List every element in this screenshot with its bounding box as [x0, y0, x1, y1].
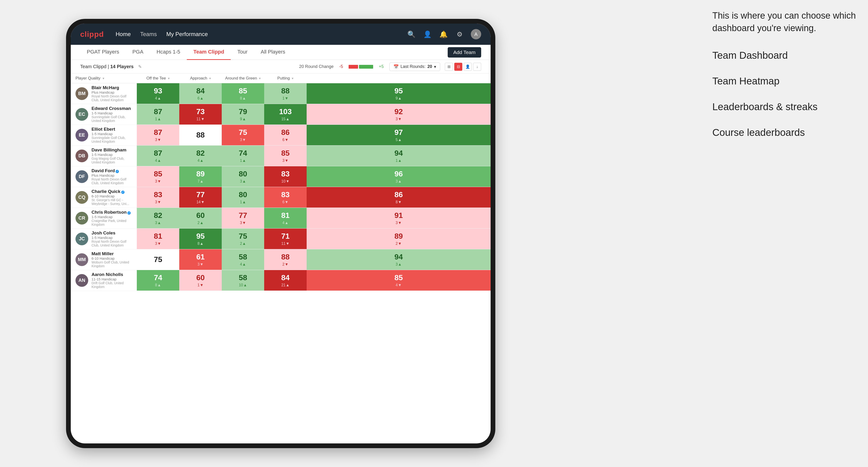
table-row: EE Elliot Ebert 1-5 Handicap Sunningdale…: [71, 125, 491, 146]
score-change: 4▲: [282, 221, 288, 225]
player-cell-9[interactable]: AN Aaron Nicholls 11-15 Handicap Drift G…: [71, 270, 137, 291]
dashboard-option-3[interactable]: Course leaderboards: [712, 126, 859, 139]
score-change: 10▲: [239, 283, 247, 287]
last-rounds-button[interactable]: 📅 Last Rounds: 20 ▾: [390, 63, 440, 71]
score-cell-player_quality-1: 87 1▲: [137, 104, 179, 125]
player-cell-8[interactable]: MM Matt Miller 6-10 Handicap Woburn Golf…: [71, 249, 137, 270]
download-button[interactable]: ↓: [473, 63, 481, 71]
heatmap-view-button[interactable]: ⊟: [454, 63, 462, 71]
score-main: 85: [154, 169, 162, 178]
score-box: 58 4▲: [222, 249, 264, 270]
player-name: Matt Miller: [92, 251, 134, 256]
player-info: Matt Miller 6-10 Handicap Woburn Golf Cl…: [92, 251, 134, 268]
table-row: CQ Charlie Quick✓ 6-10 Handicap St. Geor…: [71, 187, 491, 208]
score-cell-putting-5: 86 8▼: [307, 187, 491, 208]
user-icon[interactable]: 👤: [423, 30, 432, 39]
tab-tour[interactable]: Tour: [231, 45, 254, 60]
col-off-tee: Off the Tee ▾: [137, 73, 179, 83]
tab-hcaps[interactable]: Hcaps 1-5: [150, 45, 187, 60]
score-change: 8▼: [396, 200, 402, 204]
score-change: 3▼: [155, 200, 161, 204]
score-box: 81 3▼: [137, 228, 179, 249]
player-club: St. George's Hill GC - Weybridge - Surre…: [92, 198, 134, 206]
score-inner: 88 2▼: [281, 253, 290, 267]
nav-home[interactable]: Home: [116, 31, 131, 37]
dashboard-option-1[interactable]: Team Heatmap: [712, 74, 859, 88]
player-avatar: DB: [75, 150, 88, 162]
player-info: Dave Billingham 1-5 Handicap Gog Magog G…: [92, 148, 134, 164]
score-box: 95 8▲: [179, 228, 222, 249]
player-info: Edward Crossman 1-5 Handicap Sunningdale…: [92, 106, 134, 123]
score-box: 91 3▼: [307, 208, 491, 228]
search-icon[interactable]: 🔍: [407, 30, 416, 39]
dashboard-option-0[interactable]: Team Dashboard: [712, 49, 859, 63]
player-cell-1[interactable]: EC Edward Crossman 1-5 Handicap Sunningd…: [71, 104, 137, 125]
tab-all-players[interactable]: All Players: [254, 45, 292, 60]
score-box: 87 1▲: [137, 104, 179, 125]
heatmap-bar-negative: [349, 65, 358, 69]
score-change: 4▲: [197, 158, 204, 163]
score-cell-player_quality-6: 82 3▲: [137, 208, 179, 228]
score-main: 83: [154, 190, 162, 199]
dashboard-option-2[interactable]: Leaderboards & streaks: [712, 100, 859, 114]
player-cell-5[interactable]: CQ Charlie Quick✓ 6-10 Handicap St. Geor…: [71, 187, 137, 208]
tab-pgat-players[interactable]: PGAT Players: [80, 45, 126, 60]
chevron-down-icon: ▾: [434, 64, 436, 69]
score-box: 83 6▼: [264, 187, 307, 208]
player-cell-6[interactable]: CR Chris Robertson✓ 1-5 Handicap Craigmi…: [71, 208, 137, 228]
score-change: 21▲: [281, 283, 290, 287]
score-change: 2▲: [240, 242, 246, 246]
score-box: 94 1▲: [307, 146, 491, 166]
score-box: 60 1▼: [179, 270, 222, 290]
score-change: 14▼: [196, 200, 205, 204]
player-cell-4[interactable]: DF David Ford✓ Plus Handicap Royal North…: [71, 166, 137, 187]
settings-icon[interactable]: ⚙: [455, 30, 464, 39]
score-inner: 89 2▼: [394, 232, 403, 246]
score-change: 1▲: [155, 117, 161, 121]
score-cell-putting-9: 85 4▼: [307, 270, 491, 291]
score-box: 89 2▼: [307, 228, 491, 249]
score-main: 77: [196, 190, 205, 199]
score-box: 82 3▲: [137, 208, 179, 228]
bell-icon[interactable]: 🔔: [439, 30, 448, 39]
player-cell-3[interactable]: DB Dave Billingham 1-5 Handicap Gog Mago…: [71, 146, 137, 166]
score-main: 87: [154, 128, 162, 137]
nav-teams[interactable]: Teams: [140, 31, 157, 37]
score-box: 61 3▼: [179, 249, 222, 270]
score-box: 86 8▼: [307, 187, 491, 208]
score-main: 89: [394, 232, 403, 241]
grid-view-button[interactable]: ⊞: [445, 63, 453, 71]
score-change: 1▲: [396, 158, 402, 163]
player-cell-0[interactable]: BM Blair McHarg Plus Handicap Royal Nort…: [71, 83, 137, 104]
score-box: 85 8▲: [222, 83, 264, 104]
score-inner: 86 6▼: [281, 128, 290, 142]
score-inner: 95 9▲: [394, 87, 403, 100]
player-name: Blair McHarg: [92, 85, 134, 90]
edit-icon[interactable]: ✎: [138, 64, 142, 69]
tabs-bar: PGAT Players PGA Hcaps 1-5 Team Clippd T…: [71, 45, 491, 60]
view-icons: ⊞ ⊟ 👤 ↓: [445, 63, 481, 71]
add-team-button[interactable]: Add Team: [448, 47, 481, 58]
calendar-icon: 📅: [394, 64, 399, 69]
score-inner: 83 6▼: [281, 190, 290, 204]
score-cell-putting-2: 97 5▲: [307, 125, 491, 146]
score-cell-approach-9: 58 10▲: [222, 270, 264, 291]
ipad-frame: clippd Home Teams My Performance 🔍 👤 🔔 ⚙…: [66, 19, 495, 448]
score-change: 3▼: [155, 242, 161, 246]
score-box: 92 3▼: [307, 104, 491, 125]
brand-logo: clippd: [80, 30, 104, 39]
user-avatar[interactable]: A: [471, 29, 481, 39]
score-cell-off_tee-9: 60 1▼: [179, 270, 222, 291]
tab-team-clippd[interactable]: Team Clippd: [187, 45, 231, 60]
score-change: 3▼: [396, 221, 402, 225]
nav-my-performance[interactable]: My Performance: [166, 31, 208, 37]
score-main: 74: [239, 149, 247, 158]
score-inner: 94 3▲: [394, 253, 403, 267]
col-putting: Putting ▾: [264, 73, 307, 83]
tab-pga[interactable]: PGA: [126, 45, 150, 60]
score-box: 75: [137, 249, 179, 270]
chart-view-button[interactable]: 👤: [464, 63, 472, 71]
score-main: 79: [239, 107, 247, 116]
player-cell-7[interactable]: JC Josh Coles 1-5 Handicap Royal North D…: [71, 228, 137, 249]
player-cell-2[interactable]: EE Elliot Ebert 1-5 Handicap Sunningdale…: [71, 125, 137, 146]
